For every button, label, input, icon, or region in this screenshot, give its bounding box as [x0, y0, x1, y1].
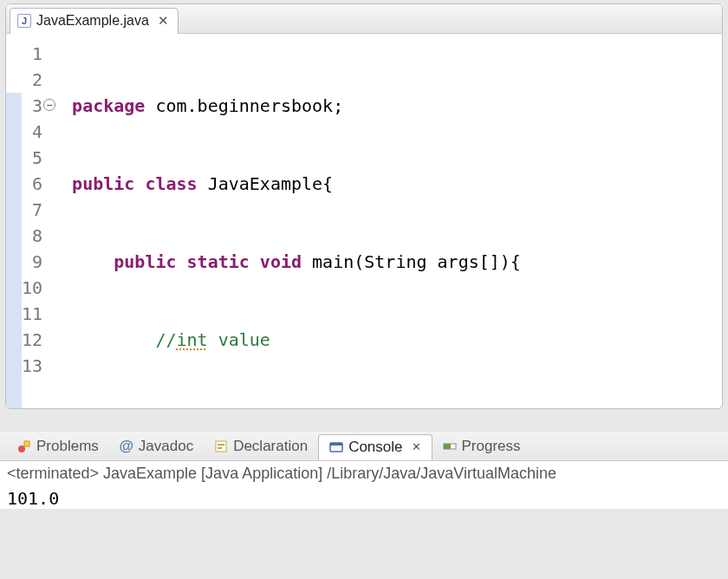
svg-rect-6	[330, 443, 342, 446]
code-line: //int value	[72, 327, 722, 353]
svg-rect-2	[216, 441, 226, 452]
code-editor[interactable]: 1 2 3− 4 5 6 7 8 9 10 11 12 13 package c…	[6, 34, 722, 408]
problems-icon	[17, 439, 31, 453]
folding-column	[49, 41, 65, 408]
tab-problems[interactable]: Problems	[7, 434, 109, 459]
progress-icon	[443, 439, 457, 453]
tab-console[interactable]: Console ✕	[318, 434, 432, 460]
console-status: <terminated> JavaExample [Java Applicati…	[7, 465, 721, 483]
tab-label: Problems	[36, 438, 99, 455]
close-icon[interactable]: ✕	[158, 13, 169, 29]
line-number-gutter: 1 2 3− 4 5 6 7 8 9 10 11 12 13	[22, 41, 49, 408]
svg-rect-4	[218, 447, 222, 449]
code-line: int inum = 101;	[72, 405, 722, 408]
tab-label: Console	[348, 439, 402, 456]
bottom-pane: Problems @ Javadoc Declaration Console ✕…	[0, 432, 728, 509]
tab-javadoc[interactable]: @ Javadoc	[109, 434, 204, 459]
file-tab-label: JavaExample.java	[36, 13, 149, 29]
editor-pane: J JavaExample.java ✕ 1 2 3− 4 5 6	[5, 3, 723, 409]
code-lines[interactable]: package com.beginnersbook; public class …	[65, 41, 722, 408]
svg-rect-8	[444, 444, 451, 449]
console-icon	[329, 440, 343, 454]
tab-declaration[interactable]: Declaration	[204, 434, 318, 459]
svg-rect-3	[218, 444, 224, 446]
bottom-tab-strip: Problems @ Javadoc Declaration Console ✕…	[0, 432, 728, 461]
javadoc-icon: @	[120, 439, 133, 453]
tab-label: Javadoc	[139, 438, 193, 455]
svg-rect-1	[24, 441, 29, 446]
java-file-icon: J	[17, 14, 31, 28]
file-tab[interactable]: J JavaExample.java ✕	[10, 8, 179, 34]
console-body: <terminated> JavaExample [Java Applicati…	[0, 461, 728, 509]
tab-label: Declaration	[233, 438, 308, 455]
tab-label: Progress	[462, 438, 521, 455]
editor-tab-bar: J JavaExample.java ✕	[6, 4, 722, 34]
tab-progress[interactable]: Progress	[432, 434, 531, 459]
declaration-icon	[214, 439, 228, 453]
marker-column	[6, 41, 22, 408]
console-output: 101.0	[7, 488, 721, 509]
fold-toggle-icon[interactable]: −	[43, 99, 55, 111]
code-line: package com.beginnersbook;	[72, 93, 722, 119]
code-line: public static void main(String args[]){	[72, 249, 722, 275]
close-icon[interactable]: ✕	[412, 440, 421, 453]
code-line: public class JavaExample{	[72, 171, 722, 197]
